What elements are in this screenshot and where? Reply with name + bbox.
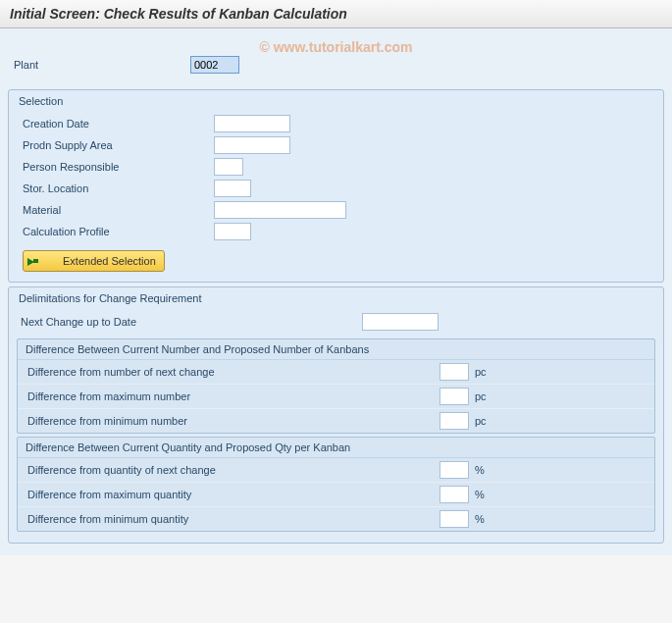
supply-area-label: Prodn Supply Area: [23, 139, 214, 151]
qty-max-row: Difference from maximum quantity %: [18, 483, 654, 507]
calc-profile-label: Calculation Profile: [23, 226, 214, 237]
next-change-row: Next Change up to Date: [17, 310, 655, 336]
qty-next-label: Difference from quantity of next change: [27, 464, 439, 476]
number-min-row: Difference from minimum number pc: [18, 409, 654, 433]
title-bar: Initial Screen: Check Results of Kanban …: [0, 0, 672, 28]
next-change-input[interactable]: [362, 313, 439, 331]
number-next-unit: pc: [475, 366, 487, 378]
number-min-label: Difference from minimum number: [27, 415, 439, 427]
extended-selection-button[interactable]: Extended Selection: [23, 250, 165, 272]
arrow-right-icon: [27, 255, 39, 267]
extended-selection-label: Extended Selection: [63, 255, 156, 267]
number-next-row: Difference from number of next change pc: [18, 360, 654, 385]
stor-loc-input[interactable]: [214, 180, 251, 197]
stor-loc-label: Stor. Location: [23, 182, 214, 194]
selection-title: Selection: [17, 93, 655, 113]
number-next-input[interactable]: [439, 363, 469, 381]
number-max-label: Difference from maximum number: [27, 390, 439, 402]
qty-diff-title: Difference Between Current Quantity and …: [18, 438, 654, 458]
number-next-label: Difference from number of next change: [27, 366, 439, 378]
supply-area-row: Prodn Supply Area: [17, 134, 655, 156]
number-max-unit: pc: [475, 390, 487, 402]
qty-min-label: Difference from minimum quantity: [27, 513, 439, 525]
number-diff-groupbox: Difference Between Current Number and Pr…: [17, 338, 655, 434]
number-max-input[interactable]: [439, 388, 469, 405]
qty-next-input[interactable]: [439, 461, 469, 479]
creation-date-label: Creation Date: [23, 118, 214, 130]
supply-area-input[interactable]: [214, 136, 290, 154]
plant-label: Plant: [14, 59, 190, 71]
qty-max-input[interactable]: [439, 486, 469, 503]
creation-date-row: Creation Date: [17, 113, 655, 134]
qty-max-unit: %: [475, 489, 485, 500]
material-input[interactable]: [214, 201, 346, 219]
delimitations-title: Delimitations for Change Requirement: [17, 290, 655, 310]
calc-profile-row: Calculation Profile: [17, 221, 655, 242]
qty-min-unit: %: [475, 513, 485, 525]
material-label: Material: [23, 204, 214, 216]
delimitations-groupbox: Delimitations for Change Requirement Nex…: [8, 286, 664, 544]
number-max-row: Difference from maximum number pc: [18, 385, 654, 409]
responsible-row: Person Responsible: [17, 156, 655, 178]
responsible-label: Person Responsible: [23, 161, 214, 173]
plant-row: Plant: [8, 36, 664, 85]
selection-groupbox: Selection Creation Date Prodn Supply Are…: [8, 89, 664, 283]
qty-next-unit: %: [475, 464, 485, 476]
qty-diff-groupbox: Difference Between Current Quantity and …: [17, 437, 655, 532]
plant-input[interactable]: [190, 56, 239, 74]
qty-min-input[interactable]: [439, 510, 469, 528]
stor-loc-row: Stor. Location: [17, 178, 655, 199]
creation-date-input[interactable]: [214, 115, 290, 132]
number-min-input[interactable]: [439, 412, 469, 430]
content-area: Plant Selection Creation Date Prodn Supp…: [0, 28, 672, 555]
calc-profile-input[interactable]: [214, 223, 251, 240]
qty-next-row: Difference from quantity of next change …: [18, 458, 654, 483]
responsible-input[interactable]: [214, 158, 243, 176]
material-row: Material: [17, 199, 655, 221]
next-change-label: Next Change up to Date: [21, 316, 362, 328]
number-min-unit: pc: [475, 415, 487, 427]
number-diff-title: Difference Between Current Number and Pr…: [18, 339, 654, 360]
qty-min-row: Difference from minimum quantity %: [18, 507, 654, 531]
page-title: Initial Screen: Check Results of Kanban …: [10, 6, 347, 22]
qty-max-label: Difference from maximum quantity: [27, 489, 439, 500]
